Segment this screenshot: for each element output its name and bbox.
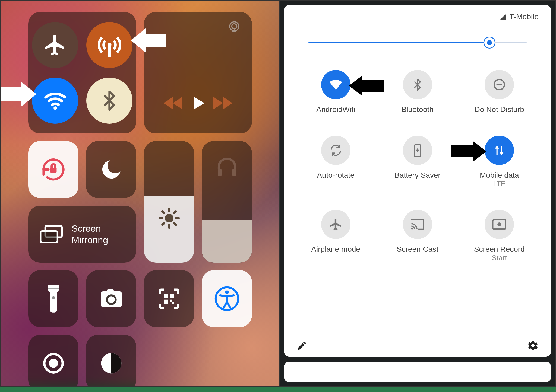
forward-button[interactable]	[213, 96, 232, 110]
svg-rect-16	[232, 169, 236, 176]
svg-line-11	[162, 211, 164, 213]
cellular-antenna-icon	[97, 32, 122, 58]
camera-button[interactable]	[86, 270, 136, 327]
wifi-icon	[42, 88, 68, 113]
svg-rect-18	[41, 231, 58, 243]
screen-record-button[interactable]	[28, 335, 78, 387]
qs-mobile-data[interactable]: Mobile data LTE	[480, 136, 519, 188]
qs-bluetooth[interactable]: Bluetooth	[402, 70, 434, 114]
wifi-toggle[interactable]	[32, 78, 78, 124]
cellular-toggle[interactable]	[86, 22, 132, 68]
play-icon	[189, 94, 207, 112]
svg-line-13	[162, 223, 164, 225]
status-bar: T-Mobile	[295, 12, 540, 21]
svg-point-28	[225, 291, 229, 294]
mobile-data-icon	[492, 144, 506, 157]
rewind-button[interactable]	[163, 96, 182, 110]
record-icon	[41, 351, 66, 375]
qr-code-icon	[157, 286, 181, 311]
annotation-arrow-wifi	[349, 75, 384, 96]
airplane-icon	[43, 33, 67, 57]
svg-rect-23	[170, 294, 174, 298]
qs-autorotate[interactable]: Auto-rotate	[317, 136, 355, 188]
forward-icon	[213, 96, 232, 110]
bluetooth-icon	[99, 90, 120, 111]
svg-rect-26	[172, 302, 174, 304]
svg-point-30	[49, 359, 58, 368]
battery-icon	[412, 143, 423, 158]
brightness-thumb[interactable]	[484, 37, 495, 49]
carrier-label: T-Mobile	[510, 12, 539, 21]
edit-tiles-button[interactable]	[296, 340, 307, 351]
qs-wifi[interactable]: AndroidWifi	[316, 70, 355, 114]
do-not-disturb-toggle[interactable]	[86, 141, 136, 198]
play-button[interactable]	[189, 94, 207, 112]
ios-control-center: Screen Mirroring	[0, 0, 280, 387]
wifi-icon	[328, 77, 343, 92]
qs-screencast[interactable]: Screen Cast	[397, 210, 438, 262]
svg-point-36	[411, 228, 413, 230]
qr-scanner-button[interactable]	[144, 270, 194, 327]
svg-rect-19	[48, 288, 59, 289]
accessibility-icon	[213, 285, 241, 312]
brightness-slider[interactable]	[144, 141, 194, 263]
headphones-icon	[215, 155, 239, 179]
qs-dnd[interactable]: Do Not Disturb	[475, 70, 525, 114]
svg-rect-25	[170, 300, 172, 302]
screen-mirroring-icon	[39, 225, 64, 244]
brightness-slider[interactable]	[308, 37, 527, 48]
camera-icon	[98, 288, 125, 310]
cast-icon	[410, 218, 425, 231]
flashlight-button[interactable]	[28, 270, 78, 327]
svg-rect-5	[50, 168, 56, 173]
signal-icon	[499, 13, 507, 20]
rewind-icon	[163, 96, 182, 110]
flashlight-icon	[44, 284, 63, 314]
android-quick-settings: T-Mobile AndroidWifi	[280, 0, 556, 387]
orientation-lock-toggle[interactable]	[28, 141, 78, 198]
brightness-icon	[158, 207, 181, 230]
screen-mirroring-button[interactable]: Screen Mirroring	[28, 206, 136, 263]
dark-mode-button[interactable]	[86, 335, 136, 387]
orientation-lock-icon	[39, 155, 68, 184]
media-controls	[144, 12, 252, 133]
svg-point-20	[52, 296, 55, 299]
screen-record-icon	[492, 218, 507, 230]
pencil-icon	[296, 340, 307, 351]
gear-icon	[527, 340, 539, 351]
svg-point-6	[165, 214, 173, 222]
airplay-icon[interactable]	[228, 20, 241, 34]
autorotate-icon	[329, 144, 343, 157]
svg-rect-24	[164, 300, 168, 304]
notification-bar-collapsed[interactable]	[284, 362, 551, 382]
annotation-arrow-mobiledata	[451, 141, 486, 162]
qs-airplane[interactable]: Airplane mode	[311, 210, 360, 262]
svg-rect-22	[164, 294, 168, 298]
volume-slider[interactable]	[202, 141, 252, 263]
connectivity-group	[28, 12, 136, 133]
settings-button[interactable]	[527, 340, 539, 351]
svg-line-14	[174, 211, 176, 213]
qs-screenrecord[interactable]: Screen Record Start	[474, 210, 525, 262]
quick-settings-grid: AndroidWifi Bluetooth	[295, 70, 540, 262]
svg-point-4	[232, 24, 237, 29]
dark-mode-icon	[99, 351, 124, 375]
dnd-icon	[492, 78, 506, 91]
moon-icon	[99, 157, 124, 182]
screen-mirroring-label: Screen Mirroring	[72, 223, 108, 246]
svg-point-38	[497, 222, 501, 226]
accessibility-button[interactable]	[202, 270, 252, 327]
airplane-icon	[329, 218, 343, 231]
svg-rect-15	[218, 169, 222, 176]
qs-battery-saver[interactable]: Battery Saver	[394, 136, 441, 188]
svg-line-12	[174, 223, 176, 225]
airplane-mode-toggle[interactable]	[32, 22, 78, 68]
svg-rect-35	[416, 144, 419, 145]
bluetooth-icon	[411, 78, 424, 91]
svg-point-2	[53, 106, 57, 110]
bluetooth-toggle[interactable]	[86, 78, 132, 124]
